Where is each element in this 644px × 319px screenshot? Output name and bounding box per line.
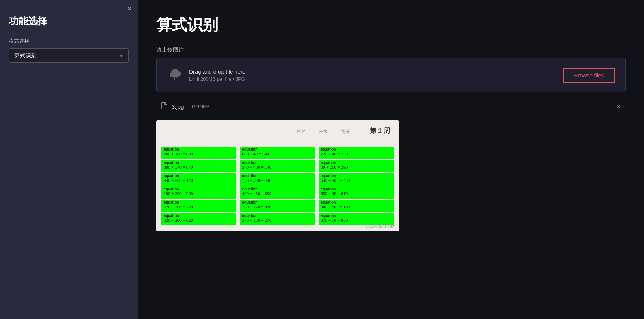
dropzone: Drag and drop file here Limit 200MB per … — [156, 58, 626, 92]
dropzone-left: Drag and drop file here Limit 200MB per … — [167, 67, 245, 83]
equation-block: equation620 − 300 = 220 — [161, 200, 236, 212]
main-content: 算式识别 请上传图片 Drag and drop file here Limit… — [138, 0, 644, 319]
equation-block: equation900 − 800 = 100 — [319, 200, 394, 212]
mode-select[interactable]: 算式识别 文字识别 表格识别 — [9, 48, 129, 63]
file-icon — [161, 102, 167, 111]
equation-column-2: equation720 + 40 = 760equation30 + 260 =… — [317, 145, 395, 228]
equation-block: equation650 − 40 = 610 — [319, 186, 394, 199]
equation-block: equation720 + 40 = 760 — [319, 147, 394, 159]
upload-cloud-icon — [167, 67, 182, 83]
sidebar: × 功能选择 模式选择 算式识别 文字识别 表格识别 ▼ — [0, 0, 138, 319]
image-preview: 姓名_____ 班级_____ 得分_____ 第 1 周 equation70… — [156, 120, 399, 231]
file-name: 3.jpg — [172, 104, 184, 110]
file-entry: 3.jpg 159.9KB × — [156, 98, 626, 115]
equation-block: equation370 − 100 = 270 — [240, 213, 315, 225]
mode-select-wrapper: 算式识别 文字识别 表格识别 ▼ — [9, 48, 129, 63]
file-remove-button[interactable]: × — [616, 103, 620, 111]
file-limit-text: Limit 200MB per file • JPG — [189, 76, 245, 82]
watermark: CSDN @Asionm — [365, 224, 395, 228]
equation-block: equation870 − 70 = 800 — [319, 213, 394, 225]
file-size: 159.9KB — [191, 104, 210, 109]
equation-block: equation700 + 220 = 920 — [240, 200, 315, 212]
preview-header: 姓名_____ 班级_____ 得分_____ 第 1 周 — [156, 120, 399, 141]
dropzone-text: Drag and drop file here Limit 200MB per … — [189, 69, 245, 82]
equation-block: equation700 + 100 = 800 — [161, 147, 236, 159]
equation-block: equation730 − 300 = 430 — [240, 173, 315, 186]
equation-block: equation600 + 40 = 640 — [240, 147, 315, 159]
page-title: 算式识别 — [156, 15, 626, 35]
equation-block: equation940 − 800 = 140 — [161, 173, 236, 186]
close-button[interactable]: × — [127, 4, 132, 13]
equation-block: equation190 + 200 = 290 — [161, 186, 236, 199]
equation-column-0: equation700 + 100 = 800equation300 + 570… — [160, 145, 238, 228]
equation-block: equation630 − 200 = 430 — [319, 173, 394, 186]
equation-block: equation300 + 570 = 870 — [161, 160, 236, 172]
mode-label: 模式选择 — [9, 38, 129, 45]
sidebar-title: 功能选择 — [9, 15, 129, 28]
equation-block: equation820 − 200 = 620 — [161, 213, 236, 225]
equation-block: equation30 + 260 = 290 — [319, 160, 394, 172]
drag-drop-text: Drag and drop file here — [189, 69, 245, 75]
equation-block: equation400 + 450 = 850 — [240, 186, 315, 199]
preview-columns: equation700 + 100 = 800equation300 + 570… — [156, 141, 399, 231]
equation-block: equation540 − 400 = 140 — [240, 160, 315, 172]
equation-column-1: equation600 + 40 = 640equation540 − 400 … — [238, 145, 317, 228]
browse-files-button[interactable]: Browse files — [563, 68, 615, 83]
upload-label: 请上传图片 — [156, 46, 626, 53]
week-label: 第 1 周 — [370, 127, 390, 134]
